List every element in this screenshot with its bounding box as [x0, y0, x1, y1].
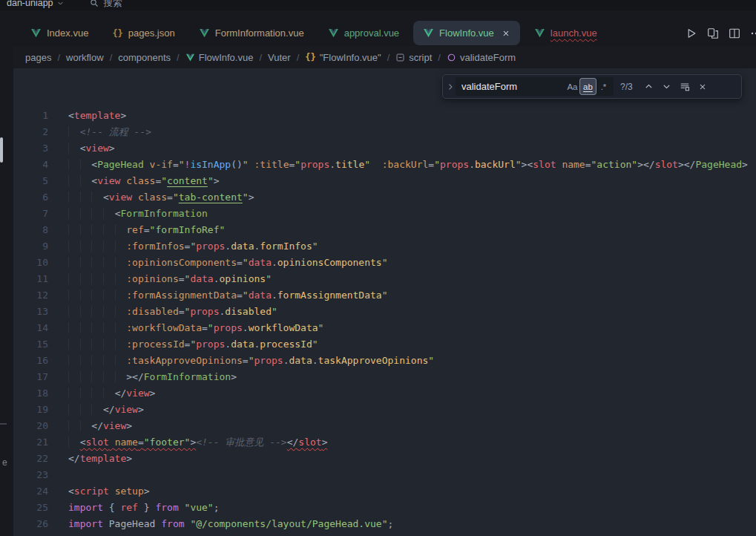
code-token: setup [115, 486, 144, 497]
editor[interactable]: Aa ab .* ?/3 1<template>2 <!-- 流程 -->3 <… [13, 68, 756, 536]
match-case-toggle[interactable]: Aa [565, 79, 580, 94]
breadcrumb-item-FlowInfo.vue[interactable]: FlowInfo.vue [185, 52, 254, 63]
line-number[interactable]: 26 [13, 516, 48, 532]
line-number[interactable]: 20 [13, 418, 48, 434]
code-token: = [144, 224, 150, 235]
breadcrumb-item-validateForm[interactable]: validateForm [447, 52, 516, 63]
breadcrumb-item-workflow[interactable]: workflow [66, 52, 104, 63]
code-token: " [243, 192, 249, 203]
breadcrumb-item-FlowInfo.vue[interactable]: {}"FlowInfo.vue" [305, 52, 381, 63]
code-token: = [585, 159, 591, 170]
code-token: . [214, 273, 220, 284]
code-text: <view> [68, 140, 115, 157]
code-token: slot [655, 159, 678, 170]
search-label: 搜索 [104, 0, 122, 10]
regex-toggle[interactable]: .* [596, 79, 611, 94]
line-number[interactable]: 15 [13, 336, 48, 353]
line-number[interactable]: 22 [13, 451, 48, 467]
code-token: " [179, 159, 185, 170]
line-number[interactable]: 16 [13, 353, 48, 369]
line-number[interactable]: 8 [13, 222, 48, 238]
breadcrumb-item-Vuter[interactable]: Vuter [268, 52, 291, 63]
titlebar-inner: dan-uniapp 搜索 [0, 0, 122, 10]
line-number[interactable]: 11 [13, 271, 48, 287]
breadcrumb-separator: / [438, 52, 441, 63]
code-area[interactable]: 1<template>2 <!-- 流程 -->3 <view>4 <PageH… [13, 68, 756, 536]
code-token: < [91, 175, 97, 186]
code-token: props [440, 159, 469, 170]
tab-approval.vue[interactable]: approval.vue [318, 21, 409, 45]
code-token: ; [214, 502, 220, 513]
line-number[interactable]: 25 [13, 500, 48, 516]
line-number[interactable]: 1 [13, 108, 48, 124]
find-input-box[interactable]: Aa ab .* [456, 77, 614, 96]
code-token: = [167, 192, 173, 203]
close-tab-icon[interactable] [502, 29, 510, 38]
project-menu[interactable]: dan-uniapp [0, 0, 70, 8]
toggle-replace-button[interactable] [444, 75, 456, 98]
run-button[interactable] [686, 27, 697, 39]
sidebar-scroll-indicator [0, 137, 3, 163]
line-number[interactable]: 14 [13, 320, 48, 336]
line-number[interactable]: 21 [13, 434, 48, 451]
code-token: > [138, 404, 144, 415]
code-token: <!-- 流程 --> [80, 126, 151, 137]
code-token: < [68, 486, 74, 497]
line-number[interactable]: 5 [13, 173, 48, 189]
code-token: props [300, 159, 329, 170]
code-token [68, 126, 80, 137]
code-text: <FormInformation [68, 206, 208, 222]
code-token: PageHead [695, 159, 742, 170]
breadcrumb-separator: / [387, 52, 390, 63]
code-line: 18 </view> [13, 385, 756, 402]
line-number[interactable]: 23 [13, 467, 48, 483]
line-number[interactable]: 9 [13, 238, 48, 255]
code-token: :opinionsComponents [126, 257, 237, 268]
chevron-down-icon [662, 82, 671, 91]
code-token: " [243, 257, 249, 268]
split-editor-button[interactable] [729, 27, 740, 39]
breadcrumb-item-script[interactable]: script [395, 52, 432, 63]
more-actions-button[interactable] [750, 27, 756, 39]
line-number[interactable]: 24 [13, 483, 48, 500]
line-number[interactable]: 10 [13, 255, 48, 271]
line-number[interactable]: 12 [13, 287, 48, 304]
next-match-button[interactable] [659, 79, 675, 95]
close-find-button[interactable] [694, 79, 711, 95]
code-line: 6 <view class="tab-content"> [13, 189, 756, 206]
code-token: } [144, 502, 150, 513]
code-text: <view class="tab-content"> [68, 189, 254, 206]
json-icon: {} [305, 53, 315, 62]
tab-FlowInfo.vue[interactable]: FlowInfo.vue [413, 21, 520, 45]
tab-Index.vue[interactable]: Index.vue [21, 21, 98, 45]
open-changes-button[interactable] [707, 27, 719, 39]
line-number[interactable]: 2 [13, 124, 48, 140]
line-number[interactable]: 13 [13, 304, 48, 320]
code-token: :title [254, 159, 289, 170]
tab-FormInformation.vue[interactable]: FormInformation.vue [189, 21, 314, 45]
line-number[interactable]: 6 [13, 189, 48, 206]
line-number[interactable]: 19 [13, 402, 48, 418]
line-number[interactable]: 18 [13, 385, 48, 402]
tab-pages.json[interactable]: {}pages.json [102, 21, 184, 45]
line-number[interactable]: 3 [13, 140, 48, 157]
line-number[interactable]: 4 [13, 157, 48, 173]
breadcrumb-item-components[interactable]: components [118, 52, 171, 63]
titlebar-search[interactable]: 搜索 [90, 0, 122, 10]
code-token: :processId [126, 339, 184, 350]
line-number[interactable]: 7 [13, 206, 48, 222]
find-input[interactable] [461, 81, 565, 92]
code-text: </view> [68, 385, 155, 402]
editor-group: Index.vue{}pages.jsonFormInformation.vue… [13, 10, 756, 536]
code-line: 15 :processId="props.data.processId" [13, 336, 756, 353]
code-token [138, 502, 144, 513]
previous-match-button[interactable] [641, 79, 657, 95]
code-token: isInApp [190, 159, 231, 170]
find-in-selection-button[interactable] [677, 79, 693, 95]
line-number[interactable]: 17 [13, 369, 48, 385]
tab-launch.vue[interactable]: launch.vue [525, 21, 607, 45]
whole-word-toggle[interactable]: ab [580, 79, 596, 94]
find-results-count: ?/3 [620, 82, 633, 92]
code-token: slot [298, 437, 321, 448]
breadcrumb-item-pages[interactable]: pages [25, 52, 51, 63]
